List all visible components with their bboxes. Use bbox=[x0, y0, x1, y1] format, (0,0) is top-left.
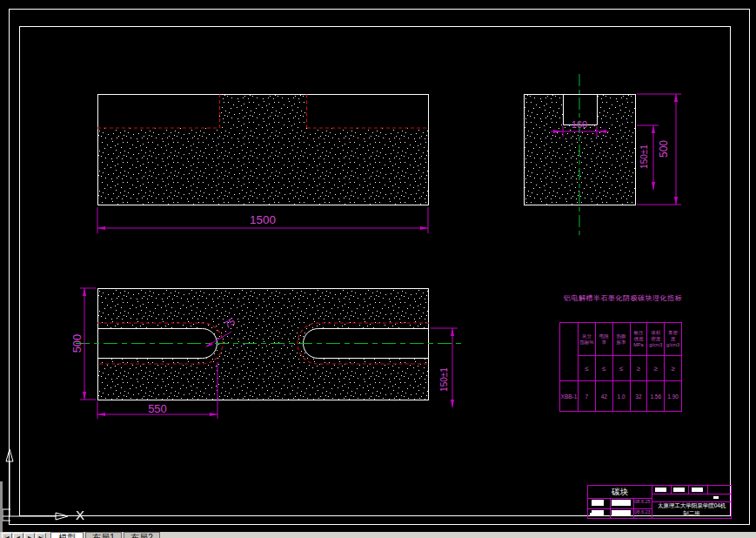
dim-500-side-label: 500 bbox=[659, 131, 669, 166]
drawing-canvas[interactable] bbox=[0, 0, 756, 538]
redacted-field-block bbox=[655, 488, 666, 492]
section-view bbox=[76, 288, 463, 400]
ucs-x-label: X bbox=[71, 508, 89, 521]
spec-col-header: 耐压强度MPa bbox=[630, 323, 647, 355]
sheet-border bbox=[10, 10, 750, 525]
spec-value: 1.90 bbox=[664, 380, 681, 411]
small-text-mark bbox=[713, 496, 719, 499]
redacted-field-block bbox=[692, 488, 703, 492]
autocad-model-space: 1500 550 500 150±1 75 160 150±1 500 X 铝电… bbox=[0, 0, 756, 538]
spec-table: 灰分指标% 电阻率 热膨胀率 耐压强度MPa 体积密度g/cm3 真密度g/cm… bbox=[559, 322, 682, 412]
tab-nav-last-button[interactable]: ▶| bbox=[36, 533, 46, 538]
tab-nav-prev-button[interactable]: ◀ bbox=[13, 533, 23, 538]
organization-line2: 制二班 bbox=[652, 511, 732, 517]
title-block: 碳块 08.6.25 08.6.23 太原理工大学阳泉学院04机 制二班 bbox=[587, 485, 732, 519]
tab-layout2[interactable]: 布局2 bbox=[124, 532, 160, 538]
spec-comparator: ≥ bbox=[630, 355, 647, 380]
spec-comparator: ≤ bbox=[595, 355, 612, 380]
spec-value: 1.0 bbox=[612, 380, 630, 411]
spec-value: 32 bbox=[630, 380, 647, 411]
dim-150-side-label: 150±1 bbox=[640, 136, 649, 178]
front-view bbox=[97, 94, 429, 205]
spec-grade-header-cell bbox=[560, 323, 578, 380]
redacted-name-block bbox=[612, 500, 631, 506]
dim-550-label: 550 bbox=[127, 403, 188, 414]
redacted-name-block bbox=[592, 500, 604, 506]
dim-500-left-label: 500 bbox=[71, 326, 83, 361]
dim-150-section-label: 150±1 bbox=[440, 359, 449, 400]
spec-col-header: 真密度g/cm3 bbox=[664, 323, 681, 355]
tab-model[interactable]: 模型 bbox=[50, 532, 84, 538]
tab-layout1[interactable]: 布局1 bbox=[85, 532, 122, 538]
spec-value: 42 bbox=[595, 380, 612, 411]
layout-tab-bar: |◀ ◀ ▶ ▶| 模型 布局1 布局2 bbox=[0, 532, 756, 538]
tab-nav-first-button[interactable]: |◀ bbox=[2, 533, 12, 538]
dim-1500-label: 1500 bbox=[228, 214, 298, 226]
small-text-mark bbox=[590, 513, 594, 516]
spec-value: 7 bbox=[578, 380, 595, 411]
spec-grade-value: XBB-1 bbox=[560, 380, 578, 411]
window-edge bbox=[0, 481, 3, 538]
ucs-icon bbox=[3, 449, 68, 521]
small-text-mark bbox=[595, 514, 599, 516]
date-2: 08.6.23 bbox=[633, 510, 652, 515]
tab-nav-next-button[interactable]: ▶ bbox=[24, 533, 35, 538]
front-view-hatch bbox=[97, 94, 428, 205]
spec-table-title: 铝电解槽半石墨化阴极碳块理化指标 bbox=[559, 293, 686, 303]
organization-line1: 太原理工大学阳泉学院04机 bbox=[652, 503, 732, 509]
redacted-name-block bbox=[612, 510, 631, 516]
side-view bbox=[524, 74, 636, 238]
spec-comparator: ≤ bbox=[578, 355, 595, 380]
dim-160-label: 160 bbox=[562, 120, 597, 130]
spec-col-header: 体积密度g/cm3 bbox=[646, 323, 664, 355]
spec-comparator: ≤ bbox=[612, 355, 630, 380]
redacted-field-block bbox=[673, 488, 685, 492]
date-1: 08.6.25 bbox=[633, 500, 652, 505]
spec-col-header: 电阻率 bbox=[595, 323, 612, 355]
spec-col-header: 灰分指标% bbox=[578, 323, 595, 355]
spec-value: 1.56 bbox=[646, 380, 664, 411]
spec-comparator: ≥ bbox=[646, 355, 664, 380]
spec-comparator: ≥ bbox=[664, 355, 681, 380]
part-name: 碳块 bbox=[588, 488, 652, 496]
spec-col-header: 热膨胀率 bbox=[612, 323, 630, 355]
